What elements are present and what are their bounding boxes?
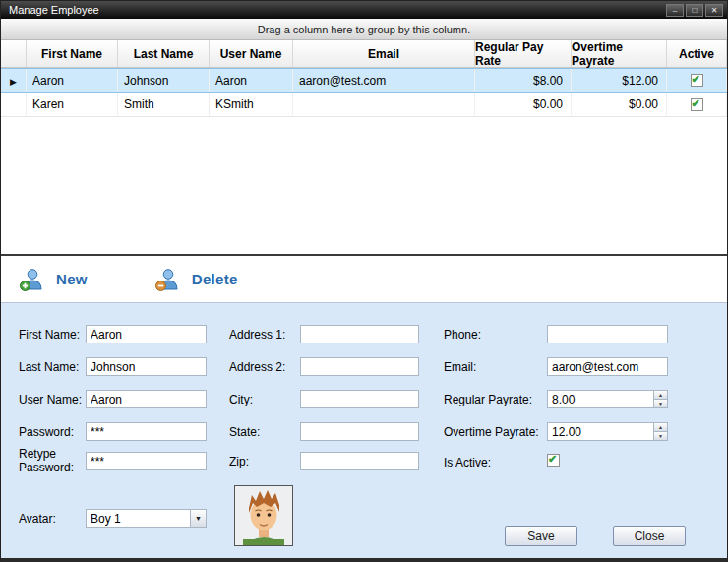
overtime-payrate-input[interactable] [547, 422, 653, 441]
maximize-button[interactable]: □ [686, 4, 703, 17]
delete-person-icon [154, 267, 180, 292]
address1-label: Address 1: [229, 328, 285, 342]
column-header-first-name[interactable]: First Name [27, 40, 118, 67]
avatar-label: Avatar: [19, 512, 56, 526]
row-indicator-header [1, 40, 27, 67]
employee-row-aaron[interactable]: Aaron Johnson Aaron aaron@test.com $8.00… [1, 68, 727, 93]
email-input[interactable] [547, 357, 668, 376]
window-controls: – □ ✕ [666, 4, 727, 17]
employee-form: First Name: Last Name: User Name: Passwo… [1, 303, 727, 558]
cell-first-name[interactable]: Karen [27, 93, 118, 116]
titlebar[interactable]: Manage Employee – □ ✕ [1, 1, 727, 19]
last-name-input[interactable] [86, 357, 207, 376]
cell-active[interactable] [667, 93, 727, 116]
cell-last-name[interactable]: Smith [118, 93, 210, 116]
detail-panel: New Delete First Name: Last Name: [1, 254, 727, 558]
active-checkbox[interactable] [691, 74, 703, 87]
cell-last-name[interactable]: Johnson [118, 69, 210, 92]
address1-input[interactable] [300, 325, 419, 343]
spin-down-icon[interactable] [654, 431, 667, 440]
cell-first-name[interactable]: Aaron [27, 69, 118, 92]
cell-active[interactable] [667, 69, 727, 92]
is-active-label: Is Active: [444, 456, 491, 469]
address2-label: Address 2: [229, 360, 285, 374]
retype-password-label: Retype Password: [19, 447, 76, 474]
cell-user-name[interactable]: Aaron [210, 69, 293, 92]
close-button[interactable]: ✕ [705, 4, 723, 17]
phone-label: Phone: [444, 328, 481, 342]
row-indicator-cell [1, 93, 27, 116]
regular-payrate-spin-buttons [653, 390, 668, 408]
column-header-email[interactable]: Email [293, 40, 475, 67]
delete-button[interactable]: Delete [154, 267, 238, 292]
overtime-payrate-label: Overtime Payrate: [444, 425, 539, 439]
column-header-overtime-payrate[interactable]: Overtime Payrate [572, 40, 667, 67]
user-name-input[interactable] [86, 390, 207, 408]
column-header-active[interactable]: Active [667, 40, 727, 67]
delete-button-label: Delete [192, 271, 238, 287]
regular-payrate-label: Regular Payrate: [444, 393, 532, 406]
regular-payrate-input[interactable] [547, 390, 653, 408]
cell-overtime-payrate[interactable]: $0.00 [572, 93, 667, 116]
password-label: Password: [19, 425, 74, 439]
cell-user-name[interactable]: KSmith [210, 93, 293, 116]
retype-password-input[interactable] [86, 452, 207, 470]
save-button[interactable]: Save [505, 526, 577, 546]
phone-input[interactable] [547, 325, 668, 343]
minimize-button[interactable]: – [666, 4, 684, 17]
selected-row-arrow-icon [10, 74, 17, 88]
cell-overtime-payrate[interactable]: $12.00 [572, 69, 667, 92]
column-header-user-name[interactable]: User Name [210, 40, 293, 67]
last-name-label: Last Name: [19, 360, 79, 374]
zip-label: Zip: [229, 455, 249, 468]
column-header-regular-pay-rate[interactable]: Regular Pay Rate [475, 40, 572, 67]
city-input[interactable] [300, 390, 419, 408]
address2-input[interactable] [300, 357, 419, 376]
active-checkbox[interactable] [691, 98, 703, 111]
row-indicator-cell [1, 69, 27, 92]
cell-email[interactable] [293, 93, 475, 116]
grid-empty-area [1, 117, 727, 254]
group-by-drop-area[interactable]: Drag a column here to group by this colu… [1, 19, 727, 40]
toolbar: New Delete [1, 256, 727, 303]
first-name-input[interactable] [86, 325, 207, 343]
user-name-label: User Name: [19, 393, 82, 406]
is-active-checkbox[interactable] [547, 454, 560, 467]
overtime-payrate-spin-buttons [653, 422, 668, 441]
password-input[interactable] [86, 422, 207, 441]
grid-header-row: First Name Last Name User Name Email Reg… [1, 40, 727, 68]
column-header-last-name[interactable]: Last Name [118, 40, 210, 67]
state-label: State: [229, 425, 260, 439]
avatar-select-value: Boy 1 [87, 510, 190, 527]
spin-up-icon[interactable] [654, 391, 667, 399]
cell-regular-pay-rate[interactable]: $8.00 [475, 69, 572, 92]
new-person-icon [19, 267, 44, 292]
avatar-image [234, 485, 293, 546]
first-name-label: First Name: [19, 328, 80, 342]
employee-grid: First Name Last Name User Name Email Reg… [1, 40, 727, 254]
new-button[interactable]: New [19, 267, 88, 292]
employee-row-karen[interactable]: Karen Smith KSmith $0.00 $0.00 [1, 93, 727, 117]
city-label: City: [229, 393, 253, 406]
manage-employee-window: Manage Employee – □ ✕ Drag a column here… [0, 0, 728, 562]
avatar-select[interactable]: Boy 1 [86, 509, 207, 528]
regular-payrate-spinner [547, 390, 668, 408]
dropdown-arrow-icon[interactable] [190, 510, 206, 527]
new-button-label: New [56, 271, 88, 287]
close-form-button[interactable]: Close [613, 526, 686, 546]
spin-down-icon[interactable] [654, 399, 667, 407]
spin-up-icon[interactable] [654, 423, 667, 431]
zip-input[interactable] [300, 452, 419, 470]
cell-email[interactable]: aaron@test.com [293, 69, 475, 92]
state-input[interactable] [300, 422, 419, 441]
cell-regular-pay-rate[interactable]: $0.00 [475, 93, 572, 116]
overtime-payrate-spinner [547, 422, 668, 441]
window-title: Manage Employee [9, 4, 666, 16]
email-label: Email: [444, 360, 476, 374]
